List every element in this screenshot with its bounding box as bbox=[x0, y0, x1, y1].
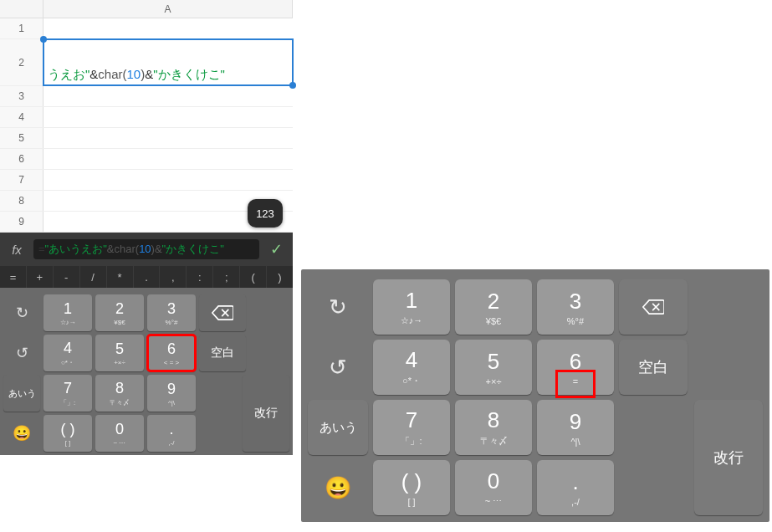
row-header[interactable]: 5 bbox=[0, 128, 43, 148]
grid-corner bbox=[0, 0, 43, 18]
operator-key[interactable]: ; bbox=[213, 266, 240, 288]
operator-key[interactable]: ) bbox=[267, 266, 293, 288]
formula-input[interactable]: ="あいうえお"&char(10)&"かきくけこ" bbox=[33, 239, 259, 260]
num-key-.[interactable]: .,-/ bbox=[147, 415, 196, 452]
row-header[interactable]: 7 bbox=[0, 170, 43, 190]
operator-row: =+-/*.,:;() bbox=[0, 266, 293, 288]
num-key-1[interactable]: 1☆♪→ bbox=[43, 294, 92, 331]
enter-key[interactable]: 改行 bbox=[694, 400, 763, 515]
row-header[interactable]: 2 bbox=[0, 39, 43, 85]
num-key-2[interactable]: 2¥$€ bbox=[95, 294, 144, 331]
spreadsheet-grid: A 12うえお"&char(10)&"かきくけこ"3456789 123 bbox=[0, 0, 293, 233]
num-key-9[interactable]: 9^|\ bbox=[537, 400, 614, 455]
grid-row: 2うえお"&char(10)&"かきくけこ" bbox=[0, 39, 293, 86]
numeric-keyboard-large: ↻1☆♪→2¥$€3%°#↺4○*・5+×÷6=空白あいう7「」:8〒々〆9^|… bbox=[301, 269, 769, 522]
column-header-row: A bbox=[0, 0, 293, 18]
operator-key[interactable]: , bbox=[160, 266, 187, 288]
num-key-3[interactable]: 3%°# bbox=[147, 294, 196, 331]
cell[interactable] bbox=[43, 128, 293, 148]
emoji-key[interactable]: 😀 bbox=[3, 415, 40, 452]
num-key-1[interactable]: 1☆♪→ bbox=[373, 279, 450, 335]
confirm-button[interactable]: ✓ bbox=[264, 240, 288, 258]
row-header[interactable]: 6 bbox=[0, 149, 43, 169]
num-key-6[interactable]: 6< = > bbox=[147, 335, 196, 371]
cell[interactable]: うえお"&char(10)&"かきくけこ" bbox=[43, 38, 294, 86]
num-key-5[interactable]: 5+×÷ bbox=[455, 340, 532, 395]
num-key-9[interactable]: 9^|\ bbox=[147, 375, 196, 412]
row-header[interactable]: 8 bbox=[0, 191, 43, 211]
space-key[interactable]: 空白 bbox=[619, 340, 688, 395]
num-key-4[interactable]: 4○*・ bbox=[43, 335, 92, 371]
keyboard-mode-toggle[interactable]: 123 bbox=[248, 199, 283, 228]
spreadsheet-mobile-view: A 12うえお"&char(10)&"かきくけこ"3456789 123 fx … bbox=[0, 0, 293, 532]
formula-bar: fx ="あいうえお"&char(10)&"かきくけこ" ✓ bbox=[0, 233, 293, 266]
cell[interactable] bbox=[43, 18, 293, 38]
grid-row: 7 bbox=[0, 170, 293, 191]
num-key-0[interactable]: 0~ ⋯ bbox=[95, 415, 144, 452]
num-key-( )[interactable]: ( )[ ] bbox=[43, 415, 92, 452]
operator-key[interactable]: / bbox=[80, 266, 107, 288]
num-key-2[interactable]: 2¥$€ bbox=[455, 279, 532, 335]
cell[interactable] bbox=[43, 170, 293, 190]
space-key[interactable]: 空白 bbox=[199, 335, 246, 371]
row-header[interactable]: 9 bbox=[0, 212, 43, 232]
operator-key[interactable]: * bbox=[107, 266, 134, 288]
num-key-3[interactable]: 3%°# bbox=[537, 279, 614, 335]
operator-key[interactable]: : bbox=[187, 266, 213, 288]
grid-row: 5 bbox=[0, 128, 293, 149]
enter-key[interactable]: 改行 bbox=[243, 375, 289, 452]
operator-key[interactable]: ( bbox=[240, 266, 267, 288]
num-key-5[interactable]: 5+×÷ bbox=[95, 335, 144, 371]
cell[interactable] bbox=[43, 107, 293, 127]
grid-row: 6 bbox=[0, 149, 293, 170]
num-key-( )[interactable]: ( )[ ] bbox=[373, 460, 450, 515]
num-key-8[interactable]: 8〒々〆 bbox=[95, 375, 144, 412]
operator-key[interactable]: = bbox=[0, 266, 27, 288]
cell[interactable] bbox=[43, 149, 293, 169]
operator-key[interactable]: + bbox=[27, 266, 54, 288]
grid-row: 4 bbox=[0, 107, 293, 128]
grid-row: 3 bbox=[0, 86, 293, 107]
backspace-icon bbox=[642, 299, 664, 315]
kana-mode-key[interactable]: あいう bbox=[3, 375, 40, 412]
num-key-7[interactable]: 7「」: bbox=[373, 400, 450, 455]
kana-mode-key[interactable]: あいう bbox=[308, 400, 368, 455]
numeric-keyboard-small: ↻1☆♪→2¥$€3%°#↺4○*・5+×÷6< = >空白あいう7「」:8〒々… bbox=[0, 288, 293, 455]
num-key-8[interactable]: 8〒々〆 bbox=[455, 400, 532, 455]
row-header[interactable]: 3 bbox=[0, 86, 43, 106]
num-key-0[interactable]: 0~ ⋯ bbox=[455, 460, 532, 515]
row-header[interactable]: 4 bbox=[0, 107, 43, 127]
backspace-icon bbox=[212, 304, 233, 321]
num-key-7[interactable]: 7「」: bbox=[43, 375, 92, 412]
num-key-4[interactable]: 4○*・ bbox=[373, 340, 450, 395]
redo-key[interactable]: ↺ bbox=[3, 335, 40, 371]
backspace-key[interactable] bbox=[619, 279, 688, 335]
operator-key[interactable]: . bbox=[134, 266, 161, 288]
redo-key[interactable]: ↺ bbox=[308, 340, 368, 395]
row-header[interactable]: 1 bbox=[0, 18, 43, 38]
operator-key[interactable]: - bbox=[54, 266, 80, 288]
backspace-key[interactable] bbox=[199, 294, 246, 331]
undo-key[interactable]: ↻ bbox=[308, 279, 368, 335]
undo-key[interactable]: ↻ bbox=[3, 294, 40, 331]
emoji-key[interactable]: 😀 bbox=[308, 460, 368, 515]
cell[interactable] bbox=[43, 86, 293, 106]
num-key-6[interactable]: 6= bbox=[537, 340, 614, 395]
column-header-a[interactable]: A bbox=[43, 0, 293, 18]
num-key-.[interactable]: .,-/ bbox=[537, 460, 614, 515]
fx-icon: fx bbox=[5, 243, 28, 257]
